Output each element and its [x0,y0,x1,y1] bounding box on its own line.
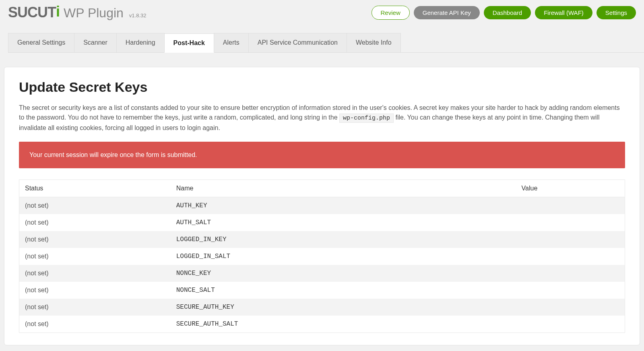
status-cell: (not set) [19,316,171,333]
plugin-title: WP Plugin [64,6,124,21]
secret-keys-table: Status Name Value (not set)AUTH_KEY(not … [19,180,625,333]
name-cell: LOGGED_IN_SALT [171,248,516,265]
config-file-code: wp-config.php [339,114,394,123]
table-row: (not set)AUTH_KEY [19,197,625,214]
value-cell [516,214,625,231]
table-row: (not set)NONCE_SALT [19,282,625,299]
tabs-bar: General Settings Scanner Hardening Post-… [8,33,644,53]
status-cell: (not set) [19,197,171,214]
value-cell [516,299,625,316]
tab-scanner[interactable]: Scanner [74,33,117,52]
table-row: (not set)LOGGED_IN_SALT [19,248,625,265]
name-cell: LOGGED_IN_KEY [171,231,516,248]
brand-logo: SUCUTi [8,4,60,21]
header-bar: SUCUTi WP Plugin v1.8.32 Review Generate… [0,0,644,25]
col-header-name: Name [171,180,516,197]
tab-hardening[interactable]: Hardening [116,33,165,52]
page-title: Update Secret Keys [19,79,625,95]
review-button[interactable]: Review [372,6,410,20]
settings-button[interactable]: Settings [597,6,636,19]
dashboard-button[interactable]: Dashboard [484,6,531,19]
logo-area: SUCUTi WP Plugin v1.8.32 [8,4,146,21]
name-cell: SECURE_AUTH_SALT [171,316,516,333]
name-cell: NONCE_KEY [171,265,516,282]
value-cell [516,197,625,214]
status-cell: (not set) [19,299,171,316]
main-panel: Update Secret Keys The secret or securit… [4,67,640,345]
generate-api-key-button[interactable]: Generate API Key [414,6,480,19]
status-cell: (not set) [19,214,171,231]
table-row: (not set)SECURE_AUTH_SALT [19,316,625,333]
value-cell [516,248,625,265]
table-row: (not set)NONCE_KEY [19,265,625,282]
tab-general-settings[interactable]: General Settings [8,33,74,52]
name-cell: SECURE_AUTH_KEY [171,299,516,316]
value-cell [516,265,625,282]
status-cell: (not set) [19,231,171,248]
tab-api-service[interactable]: API Service Communication [248,33,347,52]
value-cell [516,316,625,333]
name-cell: AUTH_SALT [171,214,516,231]
name-cell: AUTH_KEY [171,197,516,214]
col-header-status: Status [19,180,171,197]
col-header-value: Value [516,180,625,197]
tab-post-hack[interactable]: Post-Hack [164,33,214,53]
header-buttons: Review Generate API Key Dashboard Firewa… [372,6,636,20]
name-cell: NONCE_SALT [171,282,516,299]
table-row: (not set)AUTH_SALT [19,214,625,231]
tab-alerts[interactable]: Alerts [214,33,249,52]
value-cell [516,282,625,299]
session-expire-alert: Your current session will expire once th… [19,142,625,168]
table-row: (not set)SECURE_AUTH_KEY [19,299,625,316]
tab-website-info[interactable]: Website Info [347,33,401,52]
value-cell [516,231,625,248]
description-text: The secret or security keys are a list o… [19,103,625,133]
table-row: (not set)LOGGED_IN_KEY [19,231,625,248]
status-cell: (not set) [19,265,171,282]
status-cell: (not set) [19,282,171,299]
plugin-version: v1.8.32 [129,12,147,19]
status-cell: (not set) [19,248,171,265]
firewall-button[interactable]: Firewall (WAF) [535,6,592,19]
